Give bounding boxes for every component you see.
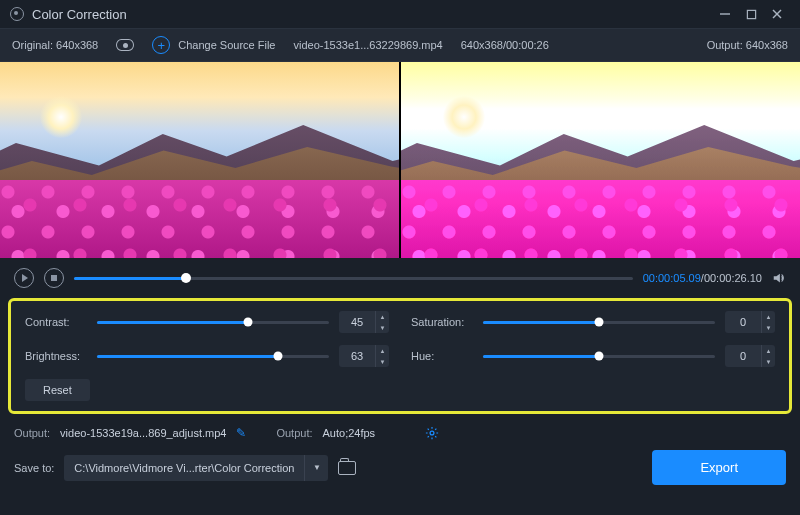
up-arrow-icon[interactable]: ▲: [376, 345, 389, 356]
maximize-button[interactable]: [738, 3, 764, 25]
saturation-control: Saturation: 0▲▼: [411, 311, 775, 333]
preview-adjusted: [401, 62, 800, 258]
window-title: Color Correction: [32, 7, 712, 22]
hue-control: Hue: 0▲▼: [411, 345, 775, 367]
svg-rect-1: [747, 10, 755, 18]
brightness-control: Brightness: 63▲▼: [25, 345, 389, 367]
close-button[interactable]: [764, 3, 790, 25]
down-arrow-icon[interactable]: ▼: [376, 356, 389, 367]
volume-icon[interactable]: [772, 271, 786, 285]
preview-original: [0, 62, 399, 258]
hue-slider[interactable]: [483, 355, 715, 358]
stop-icon: [51, 275, 57, 281]
reset-button[interactable]: Reset: [25, 379, 90, 401]
output-dims-label: Output: 640x368: [707, 39, 788, 51]
saturation-label: Saturation:: [411, 316, 473, 328]
play-icon: [22, 274, 28, 282]
save-to-label: Save to:: [14, 462, 54, 474]
up-arrow-icon[interactable]: ▲: [762, 311, 775, 322]
contrast-control: Contrast: 45▲▼: [25, 311, 389, 333]
plus-circle-icon: +: [152, 36, 170, 54]
pencil-icon[interactable]: ✎: [236, 426, 246, 440]
save-path-value: C:\Vidmore\Vidmore Vi...rter\Color Corre…: [64, 462, 304, 474]
source-filename: video-1533e1...63229869.mp4: [293, 39, 442, 51]
output-file-row: Output: video-1533e19a...869_adjust.mp4 …: [0, 422, 800, 444]
contrast-spinner[interactable]: 45▲▼: [339, 311, 389, 333]
hue-label: Hue:: [411, 350, 473, 362]
brightness-spinner[interactable]: 63▲▼: [339, 345, 389, 367]
original-label: Original: 640x368: [12, 39, 98, 51]
info-bar: Original: 640x368 + Change Source File v…: [0, 28, 800, 62]
preview-area: [0, 62, 800, 258]
minimize-button[interactable]: [712, 3, 738, 25]
up-arrow-icon[interactable]: ▲: [376, 311, 389, 322]
gear-icon[interactable]: [425, 426, 439, 440]
saturation-slider[interactable]: [483, 321, 715, 324]
change-source-label: Change Source File: [178, 39, 275, 51]
stop-button[interactable]: [44, 268, 64, 288]
app-logo-icon: [10, 7, 24, 21]
play-button[interactable]: [14, 268, 34, 288]
save-row: Save to: C:\Vidmore\Vidmore Vi...rter\Co…: [0, 444, 800, 495]
output-settings-label: Output:: [276, 427, 312, 439]
output-file-value: video-1533e19a...869_adjust.mp4: [60, 427, 226, 439]
brightness-label: Brightness:: [25, 350, 87, 362]
down-arrow-icon[interactable]: ▼: [762, 322, 775, 333]
color-controls-panel: Contrast: 45▲▼ Saturation: 0▲▼ Brightnes…: [8, 298, 792, 414]
up-arrow-icon[interactable]: ▲: [762, 345, 775, 356]
output-settings-value: Auto;24fps: [323, 427, 376, 439]
chevron-down-icon[interactable]: ▼: [304, 455, 328, 481]
seek-slider[interactable]: [74, 277, 633, 280]
titlebar: Color Correction: [0, 0, 800, 28]
output-file-label: Output:: [14, 427, 50, 439]
svg-point-4: [430, 431, 434, 435]
down-arrow-icon[interactable]: ▼: [762, 356, 775, 367]
preview-toggle-icon[interactable]: [116, 39, 134, 51]
timecode: 00:00:05.09/00:00:26.10: [643, 272, 762, 284]
contrast-label: Contrast:: [25, 316, 87, 328]
browse-folder-icon[interactable]: [338, 461, 356, 475]
brightness-slider[interactable]: [97, 355, 329, 358]
change-source-button[interactable]: + Change Source File: [152, 36, 275, 54]
contrast-slider[interactable]: [97, 321, 329, 324]
hue-spinner[interactable]: 0▲▼: [725, 345, 775, 367]
down-arrow-icon[interactable]: ▼: [376, 322, 389, 333]
playback-bar: 00:00:05.09/00:00:26.10: [0, 258, 800, 298]
save-path-combo[interactable]: C:\Vidmore\Vidmore Vi...rter\Color Corre…: [64, 455, 328, 481]
export-button[interactable]: Export: [652, 450, 786, 485]
saturation-spinner[interactable]: 0▲▼: [725, 311, 775, 333]
source-meta: 640x368/00:00:26: [461, 39, 549, 51]
